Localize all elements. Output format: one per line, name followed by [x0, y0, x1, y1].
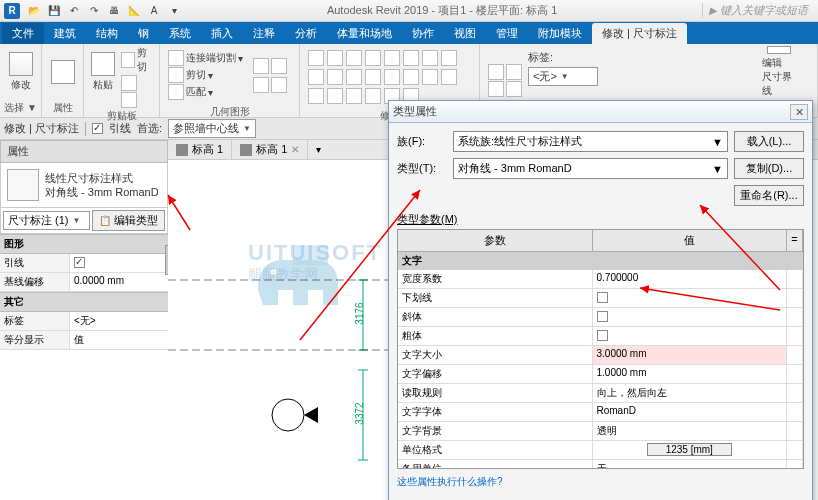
- qat-measure-icon[interactable]: 📐: [126, 3, 142, 19]
- tab-view[interactable]: 视图: [444, 23, 486, 44]
- select-button[interactable]: 修改: [4, 46, 37, 98]
- family-dropdown[interactable]: 系统族:线性尺寸标注样式▼: [453, 131, 728, 152]
- geom-icon-1[interactable]: [253, 58, 269, 74]
- qat-print-icon[interactable]: 🖶: [106, 3, 122, 19]
- mod-icon-19[interactable]: [346, 88, 362, 104]
- scale-icon[interactable]: [365, 69, 381, 85]
- mirror-icon[interactable]: [308, 69, 324, 85]
- mod-icon-7[interactable]: [422, 50, 438, 66]
- rotate-icon[interactable]: [346, 50, 362, 66]
- param-checkbox[interactable]: [597, 330, 608, 341]
- col-param[interactable]: 参数: [398, 230, 593, 251]
- tab-addins[interactable]: 附加模块: [528, 23, 592, 44]
- duplicate-button[interactable]: 复制(D)...: [734, 158, 804, 179]
- delete-icon[interactable]: [327, 88, 343, 104]
- tab-systems[interactable]: 系统: [159, 23, 201, 44]
- copy-mod-icon[interactable]: [327, 50, 343, 66]
- unit-format-button[interactable]: 1235 [mm]: [647, 443, 732, 456]
- tab-file[interactable]: 文件: [2, 23, 44, 44]
- prop-baseline[interactable]: 基线偏移0.0000 mm: [0, 273, 168, 292]
- ex-icon-2[interactable]: [506, 64, 522, 80]
- match-button[interactable]: [121, 92, 155, 108]
- search-hint[interactable]: ▶ 键入关键字或短语: [702, 3, 814, 18]
- edit-type-button[interactable]: 📋 编辑类型: [92, 210, 165, 231]
- geom-icon-3[interactable]: [253, 77, 269, 93]
- leader-checkbox[interactable]: [92, 123, 103, 134]
- col-value[interactable]: 值: [593, 230, 788, 251]
- qat-open-icon[interactable]: 📂: [26, 3, 42, 19]
- mod-icon-8[interactable]: [441, 50, 457, 66]
- instance-filter-dropdown[interactable]: 尺寸标注 (1)▼: [3, 211, 90, 230]
- cut-geom-button[interactable]: 剪切▾: [168, 67, 243, 83]
- tab-modify-dim[interactable]: 修改 | 尺寸标注: [592, 23, 687, 44]
- param-row-0[interactable]: 宽度系数0.700000: [398, 270, 803, 289]
- rename-button[interactable]: 重命名(R)...: [734, 185, 804, 206]
- qat-more-icon[interactable]: ▾: [166, 3, 182, 19]
- mod-icon-20[interactable]: [365, 88, 381, 104]
- offset-icon[interactable]: [327, 69, 343, 85]
- leader-value-checkbox[interactable]: [74, 257, 85, 268]
- join-geom-button[interactable]: 匹配▾: [168, 84, 243, 100]
- edit-witness-button[interactable]: 编辑 尺寸界线: [762, 46, 796, 98]
- pin-icon[interactable]: [308, 88, 324, 104]
- param-row-7[interactable]: 文字字体RomanD: [398, 403, 803, 422]
- prefer-dropdown[interactable]: 参照墙中心线▼: [168, 119, 256, 138]
- param-row-1[interactable]: 下划线: [398, 289, 803, 308]
- join-cut-button[interactable]: 连接端切割▾: [168, 50, 243, 66]
- qat-undo-icon[interactable]: ↶: [66, 3, 82, 19]
- dialog-titlebar[interactable]: 类型属性 ✕: [389, 101, 812, 123]
- cut-button[interactable]: 剪切: [121, 46, 155, 74]
- dim-value-2[interactable]: 3372: [354, 402, 365, 424]
- mod-icon-16[interactable]: [441, 69, 457, 85]
- param-checkbox[interactable]: [597, 292, 608, 303]
- load-button[interactable]: 载入(L)...: [734, 131, 804, 152]
- mod-icon-14[interactable]: [403, 69, 419, 85]
- group-text[interactable]: 文字: [398, 252, 803, 270]
- param-checkbox[interactable]: [597, 311, 608, 322]
- tab-manage[interactable]: 管理: [486, 23, 528, 44]
- geom-icon-4[interactable]: [271, 77, 287, 93]
- param-row-8[interactable]: 文字背景透明: [398, 422, 803, 441]
- array-icon[interactable]: [346, 69, 362, 85]
- tab-analyze[interactable]: 分析: [285, 23, 327, 44]
- param-row-3[interactable]: 粗体: [398, 327, 803, 346]
- geom-icon-2[interactable]: [271, 58, 287, 74]
- col-lock[interactable]: =: [787, 230, 803, 251]
- qat-text-icon[interactable]: A: [146, 3, 162, 19]
- param-row-10[interactable]: 备用单位无: [398, 460, 803, 469]
- mod-icon-15[interactable]: [422, 69, 438, 85]
- prop-equality[interactable]: 等分显示值: [0, 331, 168, 350]
- type-dropdown[interactable]: 对角线 - 3mm RomanD▼: [453, 158, 728, 179]
- param-row-6[interactable]: 读取规则向上，然后向左: [398, 384, 803, 403]
- tab-annotate[interactable]: 注释: [243, 23, 285, 44]
- paste-button[interactable]: 粘贴: [88, 46, 119, 98]
- mod-icon-6[interactable]: [403, 50, 419, 66]
- param-row-4[interactable]: 文字大小3.0000 mm: [398, 346, 803, 365]
- param-row-2[interactable]: 斜体: [398, 308, 803, 327]
- param-row-9[interactable]: 单位格式1235 [mm]: [398, 441, 803, 460]
- qat-redo-icon[interactable]: ↷: [86, 3, 102, 19]
- label-dropdown[interactable]: <无>▼: [528, 67, 598, 86]
- tab-steel[interactable]: 钢: [128, 23, 159, 44]
- dialog-close-button[interactable]: ✕: [790, 104, 808, 120]
- trim-icon[interactable]: [365, 50, 381, 66]
- doc-tab-2[interactable]: 标高 1✕: [232, 140, 308, 159]
- split-icon[interactable]: [384, 50, 400, 66]
- prop-leader[interactable]: 引线: [0, 254, 168, 273]
- tab-insert[interactable]: 插入: [201, 23, 243, 44]
- help-link[interactable]: 这些属性执行什么操作?: [397, 475, 503, 489]
- move-icon[interactable]: [308, 50, 324, 66]
- mod-icon-13[interactable]: [384, 69, 400, 85]
- doc-tab-overflow[interactable]: ▾: [308, 142, 329, 157]
- qat-save-icon[interactable]: 💾: [46, 3, 62, 19]
- tab-arch[interactable]: 建筑: [44, 23, 86, 44]
- tab-massing[interactable]: 体量和场地: [327, 23, 402, 44]
- param-row-5[interactable]: 文字偏移1.0000 mm: [398, 365, 803, 384]
- doc-tab-1[interactable]: 标高 1: [168, 140, 232, 159]
- ex-icon-1[interactable]: [488, 64, 504, 80]
- type-selector[interactable]: 线性尺寸标注样式对角线 - 3mm RomanD: [0, 163, 168, 208]
- tab-struct[interactable]: 结构: [86, 23, 128, 44]
- copy-button[interactable]: [121, 75, 155, 91]
- close-tab-icon[interactable]: ✕: [291, 144, 299, 155]
- prop-label[interactable]: 标签<无>: [0, 312, 168, 331]
